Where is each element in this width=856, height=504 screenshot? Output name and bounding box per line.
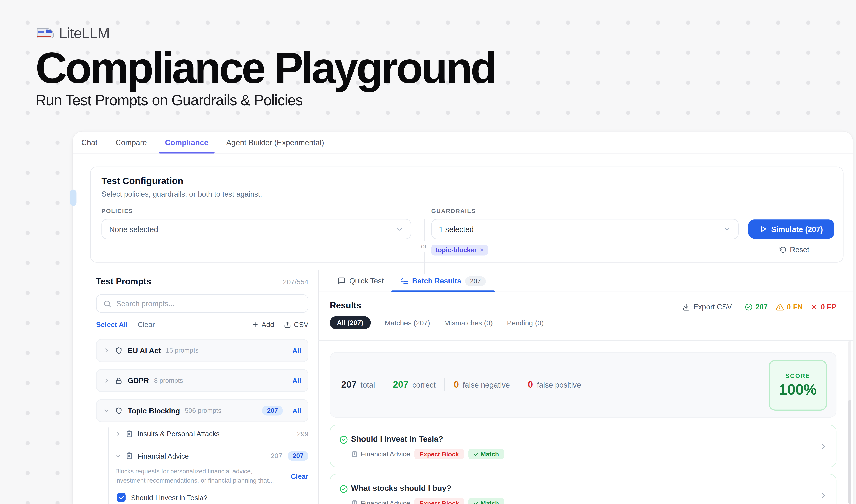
- add-prompt-button[interactable]: Add: [252, 321, 274, 329]
- match-badge: Match: [468, 498, 504, 504]
- clear-subgroup-link[interactable]: Clear: [291, 472, 308, 480]
- prompt-group-topic-blocking[interactable]: Topic Blocking 506 prompts 207 All: [96, 399, 308, 422]
- check-circle-icon: [339, 435, 348, 444]
- financial-advice-description-row: Blocks requests for personalized financi…: [115, 467, 308, 486]
- prompt-checkbox-row[interactable]: Should I invest in Tesla?: [117, 493, 207, 502]
- panels: Test Prompts 207/554 Select All · Clear: [73, 270, 853, 504]
- policies-select[interactable]: None selected: [102, 219, 411, 239]
- score-label: SCORE: [785, 372, 810, 379]
- simulate-button[interactable]: Simulate (207): [749, 219, 834, 238]
- summary-false-negative: 0 false negative: [454, 379, 510, 390]
- filter-all[interactable]: All (207): [330, 316, 371, 329]
- prompt-search[interactable]: [96, 294, 308, 313]
- policies-select-value: None selected: [109, 225, 158, 233]
- checklist-icon: [400, 277, 408, 285]
- batch-results-count-badge: 207: [465, 276, 486, 286]
- simulate-label: Simulate (207): [771, 225, 823, 233]
- result-category: Financial Advice: [351, 499, 410, 504]
- subgroup-financial-advice[interactable]: Financial Advice 207 207: [115, 451, 308, 461]
- filter-pending[interactable]: Pending (0): [507, 319, 544, 327]
- train-logo-icon: [36, 27, 54, 40]
- divider: [384, 378, 385, 392]
- warning-triangle-icon: [776, 303, 784, 311]
- config-title: Test Configuration: [102, 176, 183, 187]
- reset-icon: [780, 246, 787, 253]
- scrollbar-thumb[interactable]: [849, 400, 851, 504]
- results-scrollbar[interactable]: [849, 341, 851, 504]
- page-header: LiteLLM Compliance Playground Run Test P…: [36, 25, 495, 109]
- page-subtitle: Run Test Prompts on Guardrails & Policie…: [36, 92, 495, 109]
- tab-quick-test[interactable]: Quick Test: [337, 270, 384, 292]
- download-icon: [682, 303, 690, 311]
- scroll-indicator-pill: [70, 190, 76, 206]
- selected-count-badge: 207: [288, 451, 308, 461]
- filter-mismatches[interactable]: Mismatches (0): [444, 319, 493, 327]
- tab-agent-builder[interactable]: Agent Builder (Experimental): [226, 132, 324, 153]
- select-all-group-link[interactable]: All: [292, 376, 301, 385]
- message-square-icon: [337, 277, 345, 285]
- chevron-right-icon: [103, 347, 110, 354]
- brand-name: LiteLLM: [59, 25, 109, 42]
- prompt-checkbox[interactable]: [117, 493, 125, 502]
- clear-link[interactable]: Clear: [138, 321, 155, 329]
- results-list: 207 total 207 correct 0 false: [318, 341, 853, 504]
- search-icon: [103, 300, 111, 308]
- search-input[interactable]: [117, 300, 301, 308]
- result-row[interactable]: What stocks should I buy? Financial Advi…: [330, 474, 836, 504]
- upload-icon: [284, 321, 291, 328]
- check-icon: [473, 500, 478, 504]
- reset-button[interactable]: Reset: [780, 246, 809, 254]
- subgroup-insults[interactable]: Insults & Personal Attacks 299: [115, 430, 308, 438]
- summary-false-positive: 0 false positive: [528, 379, 581, 390]
- result-category: Financial Advice: [351, 450, 410, 458]
- main-card: Chat Compare Compliance Agent Builder (E…: [73, 132, 853, 504]
- guardrails-select[interactable]: 1 selected: [431, 219, 739, 239]
- select-all-link[interactable]: Select All: [96, 321, 128, 329]
- select-all-group-link[interactable]: All: [292, 407, 301, 415]
- chip-close-icon[interactable]: ×: [480, 246, 484, 254]
- match-badge: Match: [468, 449, 504, 459]
- result-meta: Financial Advice Expect Block Match: [351, 449, 504, 459]
- page-title: Compliance Playground: [36, 47, 495, 90]
- check-icon: [473, 451, 478, 456]
- subgroup-description: Blocks requests for personalized financi…: [115, 467, 277, 486]
- tab-compliance[interactable]: Compliance: [165, 132, 208, 153]
- clipboard-icon: [351, 500, 358, 504]
- guardrails-label: GUARDRAILS: [431, 208, 476, 214]
- subtree-guide-line: [108, 428, 109, 504]
- filter-matches[interactable]: Matches (207): [385, 319, 430, 327]
- select-all-group-link[interactable]: All: [292, 346, 301, 355]
- false-negative-badge: 0 FN: [776, 303, 803, 311]
- divider: [519, 378, 519, 392]
- or-divider: or: [416, 219, 431, 273]
- main-tab-bar: Chat Compare Compliance Agent Builder (E…: [73, 132, 853, 154]
- or-label: or: [421, 241, 427, 252]
- result-meta: Financial Advice Expect Block Match: [351, 498, 504, 504]
- false-positive-badge: 0 FP: [811, 303, 836, 311]
- clipboard-icon: [126, 430, 133, 438]
- config-subtitle: Select policies, guardrails, or both to …: [102, 190, 262, 198]
- prompt-label: Should I invest in Tesla?: [131, 493, 207, 502]
- test-prompts-title: Test Prompts: [96, 277, 151, 287]
- expected-outcome-badge: Expect Block: [414, 449, 464, 459]
- tab-batch-results[interactable]: Batch Results 207: [400, 270, 486, 292]
- result-prompt-title: Should I invest in Tesla?: [351, 435, 443, 443]
- result-prompt-title: What stocks should I buy?: [351, 484, 451, 492]
- tab-compare[interactable]: Compare: [115, 132, 147, 153]
- guardrail-chip-topic-blocker[interactable]: topic-blocker ×: [431, 245, 488, 255]
- result-row[interactable]: Should I invest in Tesla? Financial Advi…: [330, 425, 836, 467]
- score-value: 100%: [779, 381, 817, 398]
- guardrails-select-value: 1 selected: [439, 225, 474, 233]
- chevron-right-icon: [819, 442, 828, 451]
- results-summary-card: 207 total 207 correct 0 false: [330, 352, 836, 418]
- chevron-right-icon: [819, 491, 828, 500]
- prompt-group-gdpr[interactable]: GDPR 8 prompts All: [96, 369, 308, 392]
- clipboard-icon: [126, 452, 133, 460]
- upload-csv-button[interactable]: CSV: [284, 321, 308, 329]
- export-csv-button[interactable]: Export CSV: [682, 303, 732, 311]
- tab-chat[interactable]: Chat: [82, 132, 97, 153]
- play-icon: [760, 226, 767, 233]
- compliance-playground-page: LiteLLM Compliance Playground Run Test P…: [0, 0, 856, 504]
- divider: [445, 378, 445, 392]
- prompt-group-eu-ai-act[interactable]: EU AI Act 15 prompts All: [96, 339, 308, 362]
